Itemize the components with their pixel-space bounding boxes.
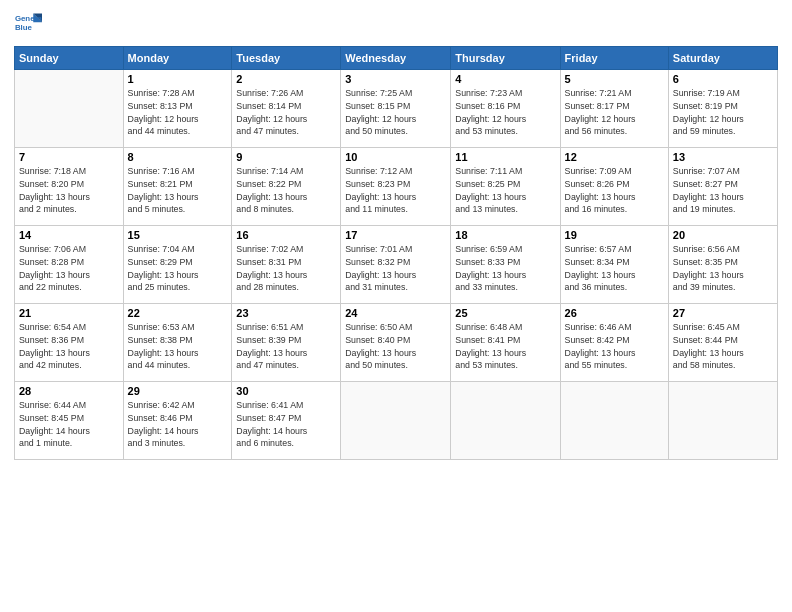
day-number: 12 xyxy=(565,151,664,163)
weekday-header: Sunday xyxy=(15,47,124,70)
calendar-cell: 4Sunrise: 7:23 AM Sunset: 8:16 PM Daylig… xyxy=(451,70,560,148)
day-number: 4 xyxy=(455,73,555,85)
calendar-cell: 16Sunrise: 7:02 AM Sunset: 8:31 PM Dayli… xyxy=(232,226,341,304)
day-number: 6 xyxy=(673,73,773,85)
day-info: Sunrise: 7:23 AM Sunset: 8:16 PM Dayligh… xyxy=(455,87,555,138)
day-number: 17 xyxy=(345,229,446,241)
calendar-cell xyxy=(668,382,777,460)
calendar-week-row: 21Sunrise: 6:54 AM Sunset: 8:36 PM Dayli… xyxy=(15,304,778,382)
day-number: 28 xyxy=(19,385,119,397)
weekday-header: Wednesday xyxy=(341,47,451,70)
day-info: Sunrise: 6:50 AM Sunset: 8:40 PM Dayligh… xyxy=(345,321,446,372)
day-number: 8 xyxy=(128,151,228,163)
day-info: Sunrise: 7:12 AM Sunset: 8:23 PM Dayligh… xyxy=(345,165,446,216)
calendar-cell: 29Sunrise: 6:42 AM Sunset: 8:46 PM Dayli… xyxy=(123,382,232,460)
calendar-cell: 23Sunrise: 6:51 AM Sunset: 8:39 PM Dayli… xyxy=(232,304,341,382)
day-number: 16 xyxy=(236,229,336,241)
calendar-cell: 8Sunrise: 7:16 AM Sunset: 8:21 PM Daylig… xyxy=(123,148,232,226)
calendar-container: General Blue SundayMondayTuesdayWednesda… xyxy=(0,0,792,612)
logo: General Blue xyxy=(14,10,46,38)
day-number: 20 xyxy=(673,229,773,241)
calendar-cell: 20Sunrise: 6:56 AM Sunset: 8:35 PM Dayli… xyxy=(668,226,777,304)
day-number: 14 xyxy=(19,229,119,241)
day-info: Sunrise: 6:48 AM Sunset: 8:41 PM Dayligh… xyxy=(455,321,555,372)
svg-text:Blue: Blue xyxy=(15,23,33,32)
day-number: 1 xyxy=(128,73,228,85)
day-number: 7 xyxy=(19,151,119,163)
day-info: Sunrise: 7:26 AM Sunset: 8:14 PM Dayligh… xyxy=(236,87,336,138)
day-info: Sunrise: 6:57 AM Sunset: 8:34 PM Dayligh… xyxy=(565,243,664,294)
calendar-cell xyxy=(341,382,451,460)
day-info: Sunrise: 7:19 AM Sunset: 8:19 PM Dayligh… xyxy=(673,87,773,138)
calendar-cell: 12Sunrise: 7:09 AM Sunset: 8:26 PM Dayli… xyxy=(560,148,668,226)
calendar-week-row: 28Sunrise: 6:44 AM Sunset: 8:45 PM Dayli… xyxy=(15,382,778,460)
calendar-cell xyxy=(560,382,668,460)
day-number: 27 xyxy=(673,307,773,319)
day-info: Sunrise: 6:46 AM Sunset: 8:42 PM Dayligh… xyxy=(565,321,664,372)
header-row: SundayMondayTuesdayWednesdayThursdayFrid… xyxy=(15,47,778,70)
day-info: Sunrise: 7:02 AM Sunset: 8:31 PM Dayligh… xyxy=(236,243,336,294)
calendar-cell: 22Sunrise: 6:53 AM Sunset: 8:38 PM Dayli… xyxy=(123,304,232,382)
calendar-cell: 30Sunrise: 6:41 AM Sunset: 8:47 PM Dayli… xyxy=(232,382,341,460)
day-info: Sunrise: 7:28 AM Sunset: 8:13 PM Dayligh… xyxy=(128,87,228,138)
calendar-cell: 7Sunrise: 7:18 AM Sunset: 8:20 PM Daylig… xyxy=(15,148,124,226)
day-number: 26 xyxy=(565,307,664,319)
day-info: Sunrise: 6:44 AM Sunset: 8:45 PM Dayligh… xyxy=(19,399,119,450)
day-info: Sunrise: 7:01 AM Sunset: 8:32 PM Dayligh… xyxy=(345,243,446,294)
calendar-cell: 21Sunrise: 6:54 AM Sunset: 8:36 PM Dayli… xyxy=(15,304,124,382)
day-number: 18 xyxy=(455,229,555,241)
calendar-cell: 1Sunrise: 7:28 AM Sunset: 8:13 PM Daylig… xyxy=(123,70,232,148)
day-info: Sunrise: 6:42 AM Sunset: 8:46 PM Dayligh… xyxy=(128,399,228,450)
day-info: Sunrise: 7:06 AM Sunset: 8:28 PM Dayligh… xyxy=(19,243,119,294)
day-info: Sunrise: 6:41 AM Sunset: 8:47 PM Dayligh… xyxy=(236,399,336,450)
day-info: Sunrise: 7:11 AM Sunset: 8:25 PM Dayligh… xyxy=(455,165,555,216)
day-number: 19 xyxy=(565,229,664,241)
weekday-header: Saturday xyxy=(668,47,777,70)
calendar-cell xyxy=(451,382,560,460)
day-info: Sunrise: 7:16 AM Sunset: 8:21 PM Dayligh… xyxy=(128,165,228,216)
day-info: Sunrise: 6:45 AM Sunset: 8:44 PM Dayligh… xyxy=(673,321,773,372)
day-info: Sunrise: 6:59 AM Sunset: 8:33 PM Dayligh… xyxy=(455,243,555,294)
calendar-cell: 13Sunrise: 7:07 AM Sunset: 8:27 PM Dayli… xyxy=(668,148,777,226)
day-number: 21 xyxy=(19,307,119,319)
calendar-cell: 6Sunrise: 7:19 AM Sunset: 8:19 PM Daylig… xyxy=(668,70,777,148)
calendar-cell: 17Sunrise: 7:01 AM Sunset: 8:32 PM Dayli… xyxy=(341,226,451,304)
calendar-cell: 27Sunrise: 6:45 AM Sunset: 8:44 PM Dayli… xyxy=(668,304,777,382)
day-info: Sunrise: 6:56 AM Sunset: 8:35 PM Dayligh… xyxy=(673,243,773,294)
day-number: 10 xyxy=(345,151,446,163)
day-number: 29 xyxy=(128,385,228,397)
calendar-cell: 18Sunrise: 6:59 AM Sunset: 8:33 PM Dayli… xyxy=(451,226,560,304)
calendar-cell: 14Sunrise: 7:06 AM Sunset: 8:28 PM Dayli… xyxy=(15,226,124,304)
day-number: 3 xyxy=(345,73,446,85)
calendar-week-row: 7Sunrise: 7:18 AM Sunset: 8:20 PM Daylig… xyxy=(15,148,778,226)
calendar-table: SundayMondayTuesdayWednesdayThursdayFrid… xyxy=(14,46,778,460)
day-info: Sunrise: 6:51 AM Sunset: 8:39 PM Dayligh… xyxy=(236,321,336,372)
day-info: Sunrise: 7:25 AM Sunset: 8:15 PM Dayligh… xyxy=(345,87,446,138)
weekday-header: Thursday xyxy=(451,47,560,70)
day-number: 30 xyxy=(236,385,336,397)
weekday-header: Tuesday xyxy=(232,47,341,70)
day-number: 5 xyxy=(565,73,664,85)
calendar-cell xyxy=(15,70,124,148)
calendar-cell: 2Sunrise: 7:26 AM Sunset: 8:14 PM Daylig… xyxy=(232,70,341,148)
day-number: 22 xyxy=(128,307,228,319)
calendar-week-row: 1Sunrise: 7:28 AM Sunset: 8:13 PM Daylig… xyxy=(15,70,778,148)
day-info: Sunrise: 7:21 AM Sunset: 8:17 PM Dayligh… xyxy=(565,87,664,138)
day-number: 25 xyxy=(455,307,555,319)
calendar-cell: 10Sunrise: 7:12 AM Sunset: 8:23 PM Dayli… xyxy=(341,148,451,226)
calendar-header: SundayMondayTuesdayWednesdayThursdayFrid… xyxy=(15,47,778,70)
calendar-week-row: 14Sunrise: 7:06 AM Sunset: 8:28 PM Dayli… xyxy=(15,226,778,304)
weekday-header: Friday xyxy=(560,47,668,70)
day-number: 9 xyxy=(236,151,336,163)
day-number: 15 xyxy=(128,229,228,241)
day-info: Sunrise: 7:14 AM Sunset: 8:22 PM Dayligh… xyxy=(236,165,336,216)
day-info: Sunrise: 7:07 AM Sunset: 8:27 PM Dayligh… xyxy=(673,165,773,216)
day-number: 23 xyxy=(236,307,336,319)
calendar-body: 1Sunrise: 7:28 AM Sunset: 8:13 PM Daylig… xyxy=(15,70,778,460)
calendar-cell: 5Sunrise: 7:21 AM Sunset: 8:17 PM Daylig… xyxy=(560,70,668,148)
day-number: 11 xyxy=(455,151,555,163)
svg-text:General: General xyxy=(15,14,42,23)
calendar-cell: 15Sunrise: 7:04 AM Sunset: 8:29 PM Dayli… xyxy=(123,226,232,304)
day-info: Sunrise: 7:09 AM Sunset: 8:26 PM Dayligh… xyxy=(565,165,664,216)
day-number: 13 xyxy=(673,151,773,163)
